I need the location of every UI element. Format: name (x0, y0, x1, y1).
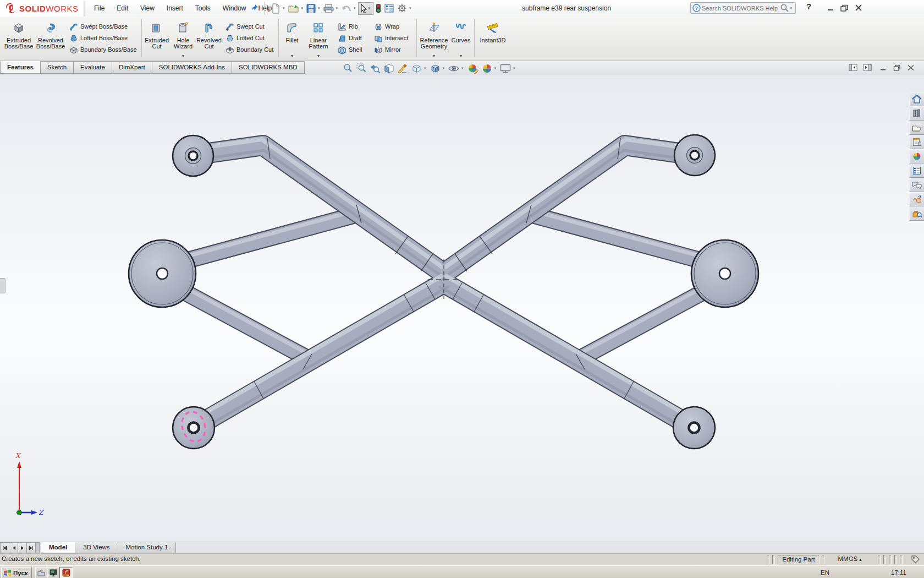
dropdown-arrow-icon[interactable]: ▾ (369, 6, 371, 10)
dropdown-arrow-icon[interactable]: ▾ (283, 6, 285, 10)
units-indicator[interactable]: MMGS ▴ (831, 555, 869, 563)
wrap-button[interactable]: Wrap (373, 21, 414, 32)
tab-3d-views[interactable]: 3D Views (75, 542, 118, 553)
tab-motion-study-1[interactable]: Motion Study 1 (118, 542, 177, 553)
last-tab-button[interactable] (26, 542, 36, 553)
tab-splitter-handle[interactable] (35, 542, 40, 553)
hole-wizard-button[interactable]: Hole Wizard ▾ (170, 18, 196, 58)
menu-insert[interactable]: Insert (161, 0, 189, 17)
document-restore-icon[interactable] (893, 64, 901, 71)
pin-menu-icon[interactable] (250, 3, 259, 12)
pane-left-icon[interactable] (849, 64, 857, 71)
taskbar-folder-button[interactable] (35, 567, 47, 578)
maximize-button[interactable] (840, 4, 849, 12)
menu-tools[interactable]: Tools (189, 0, 217, 17)
subframe-model[interactable] (0, 75, 924, 542)
dropdown-arrow-icon[interactable]: ▾ (317, 53, 320, 58)
extruded-cut-button[interactable]: Extruded Cut (144, 18, 169, 58)
dropdown-arrow-icon[interactable]: ▾ (433, 53, 435, 58)
units-dropdown-arrow-icon[interactable]: ▴ (859, 557, 861, 562)
custom-properties-tab[interactable] (909, 163, 924, 178)
previous-view-icon[interactable] (369, 62, 382, 75)
dropdown-arrow-icon[interactable]: ▾ (336, 6, 338, 10)
language-indicator[interactable]: EN (821, 566, 829, 578)
appearances-tab[interactable] (909, 149, 924, 163)
swept-cut-button[interactable]: Swept Cut (224, 21, 276, 32)
curves-button[interactable]: Curves ▾ (450, 18, 472, 58)
tags-icon[interactable] (911, 555, 920, 564)
zoom-fit-icon[interactable] (341, 62, 355, 75)
instant3d-button[interactable]: Instant3D (476, 18, 509, 58)
dropdown-arrow-icon[interactable]: ▾ (301, 6, 304, 10)
forum-tab[interactable] (909, 178, 924, 192)
search-input[interactable] (701, 4, 780, 12)
tab-sketch[interactable]: Sketch (40, 61, 74, 74)
dropdown-arrow-icon[interactable]: ▾ (513, 66, 515, 70)
menu-edit[interactable]: Edit (111, 0, 134, 17)
dropdown-arrow-icon[interactable]: ▾ (291, 53, 293, 58)
view-settings-icon[interactable] (498, 62, 513, 75)
tab-model[interactable]: Model (41, 542, 75, 553)
taskbar-app-button[interactable] (47, 567, 59, 578)
mount-bottom-left[interactable] (173, 407, 215, 449)
close-button[interactable] (854, 4, 863, 12)
open-button[interactable] (287, 3, 300, 14)
help-button[interactable]: ? (806, 2, 811, 11)
featuremanager-collapsed-tab[interactable] (0, 278, 6, 293)
apply-scene-icon[interactable] (480, 62, 494, 75)
design-library-tab[interactable] (909, 106, 924, 121)
rib-button[interactable]: Rib (337, 21, 369, 32)
search-icon[interactable] (780, 3, 789, 13)
extruded-boss-base-button[interactable]: Extruded Boss/Base (3, 18, 34, 58)
view-palette-tab[interactable] (909, 135, 924, 149)
display-style-icon[interactable] (428, 62, 442, 75)
hide-show-items-icon[interactable] (447, 62, 461, 75)
graphics-area[interactable]: X Z @ (0, 75, 924, 542)
resources-tab[interactable] (909, 206, 924, 221)
mount-left-large[interactable] (129, 240, 196, 307)
annotations-icon[interactable] (396, 62, 410, 75)
lofted-boss-base-button[interactable]: Lofted Boss/Base (68, 33, 139, 43)
dropdown-arrow-icon[interactable]: ▾ (424, 66, 426, 70)
swept-boss-base-button[interactable]: Swept Boss/Base (68, 21, 139, 32)
lofted-cut-button[interactable]: Lofted Cut (224, 33, 276, 43)
menu-file[interactable]: File (88, 0, 111, 17)
dropdown-arrow-icon[interactable]: ▾ (318, 6, 320, 10)
start-button[interactable]: Пуск (1, 567, 32, 578)
traffic-light-icon[interactable] (375, 2, 382, 14)
view-orientation-icon[interactable] (410, 62, 424, 75)
next-tab-button[interactable] (18, 542, 27, 553)
taskbar-solidworks-button[interactable]: 2017 (59, 567, 73, 578)
tab-solidworks-addins[interactable]: SOLIDWORKS Add-Ins (152, 61, 232, 74)
search-dropdown-arrow-icon[interactable]: ▾ (790, 6, 792, 10)
tab-evaluate[interactable]: Evaluate (73, 61, 112, 74)
document-minimize-icon[interactable] (879, 64, 887, 71)
mount-top-left[interactable] (173, 135, 213, 176)
save-button[interactable] (305, 3, 317, 14)
options-list-icon[interactable] (383, 3, 395, 14)
dropdown-arrow-icon[interactable]: ▾ (460, 53, 462, 58)
dropdown-arrow-icon[interactable]: ▾ (182, 53, 184, 58)
settings-gear-icon[interactable] (396, 2, 408, 14)
select-tool-button[interactable]: ▾ (358, 2, 374, 15)
tab-dimxpert[interactable]: DimXpert (112, 61, 152, 74)
edit-appearance-icon[interactable] (466, 62, 480, 75)
tab-solidworks-mbd[interactable]: SOLIDWORKS MBD (232, 61, 305, 74)
revolved-boss-base-button[interactable]: Revolved Boss/Base (35, 18, 66, 58)
mount-bottom-right[interactable] (673, 407, 715, 449)
home-tab[interactable] (909, 92, 924, 106)
section-view-icon[interactable] (382, 62, 396, 75)
first-tab-button[interactable] (0, 542, 9, 553)
minimize-button[interactable] (826, 4, 835, 12)
shell-button[interactable]: Shell (337, 45, 369, 55)
pane-right-icon[interactable] (863, 64, 872, 71)
tab-features[interactable]: Features (0, 61, 41, 74)
clock[interactable]: 17:11 (891, 566, 906, 578)
boundary-cut-button[interactable]: Boundary Cut (224, 45, 276, 55)
dropdown-arrow-icon[interactable]: ▾ (494, 66, 497, 70)
mount-top-right[interactable] (674, 135, 715, 176)
file-explorer-tab[interactable] (909, 121, 924, 135)
mirror-button[interactable]: Mirror (373, 45, 414, 55)
print-button[interactable] (322, 3, 335, 14)
dropdown-arrow-icon[interactable]: ▾ (409, 6, 411, 10)
